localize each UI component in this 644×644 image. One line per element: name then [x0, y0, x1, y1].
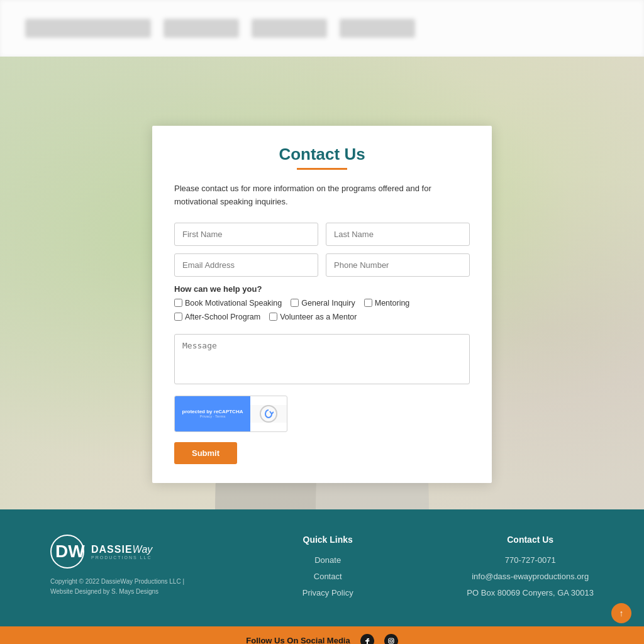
recaptcha-widget[interactable]: protected by reCAPTCHA Privacy · Terms — [174, 396, 287, 432]
checkbox-motivational-input[interactable] — [174, 299, 182, 307]
footer-link-privacy[interactable]: Privacy Policy — [303, 585, 353, 601]
follow-text: Follow Us On Social Media — [246, 636, 350, 644]
footer-social-bar: Follow Us On Social Media — [0, 626, 644, 644]
nav-item-1 — [164, 19, 239, 38]
checkbox-mentoring-label: Mentoring — [375, 299, 410, 308]
first-name-input[interactable] — [174, 223, 318, 246]
footer-email: info@dass-ewayproductions.org — [467, 569, 594, 585]
checkbox-motivational[interactable]: Book Motivational Speaking — [174, 299, 282, 308]
help-label: How can we help you? — [174, 284, 470, 294]
last-name-input[interactable] — [326, 223, 470, 246]
footer-link-contact[interactable]: Contact — [303, 569, 353, 585]
nav-logo-placeholder — [25, 19, 151, 38]
recaptcha-links: Privacy · Terms — [200, 414, 226, 418]
quick-links-title: Quick Links — [303, 535, 353, 545]
footer-contact-title: Contact Us — [467, 535, 594, 545]
checkbox-general-label: General Inquiry — [301, 299, 355, 308]
name-row — [174, 223, 470, 246]
contact-description: Please contact us for more information o… — [174, 182, 470, 209]
checkbox-afterschool[interactable]: After-School Program — [174, 313, 260, 321]
scroll-top-button[interactable]: ↑ — [611, 603, 631, 623]
instagram-icon[interactable] — [384, 634, 398, 645]
footer-logo-area: DW DASSIEWay PRODUCTIONS LLC Copyright ©… — [50, 535, 189, 597]
top-navigation — [0, 0, 644, 57]
checkboxes-line-1: Book Motivational Speaking General Inqui… — [174, 299, 470, 308]
checkbox-volunteer-input[interactable] — [269, 313, 277, 321]
phone-input[interactable] — [326, 253, 470, 277]
contact-form: How can we help you? Book Motivational S… — [174, 223, 470, 464]
checkboxes-group: Book Motivational Speaking General Inqui… — [174, 299, 470, 324]
arrow-up-icon: ↑ — [619, 608, 624, 618]
recaptcha-check-circle — [260, 405, 277, 423]
footer-wrapper: DW DASSIEWay PRODUCTIONS LLC Copyright ©… — [0, 509, 644, 644]
recaptcha-right-panel — [250, 405, 287, 423]
nav-item-3 — [340, 19, 415, 38]
contact-title: Contact Us — [174, 145, 470, 164]
checkbox-afterschool-label: After-School Program — [185, 313, 260, 321]
logo-brand: DASSIEWay — [91, 544, 152, 555]
checkbox-mentoring-input[interactable] — [364, 299, 372, 307]
footer-link-donate[interactable]: Donate — [303, 552, 353, 569]
footer-contact-info: Contact Us 770-727-0071 info@dass-ewaypr… — [467, 535, 594, 601]
svg-point-6 — [392, 638, 393, 639]
dassie-logo-icon: DW — [50, 535, 85, 569]
checkbox-general-input[interactable] — [291, 299, 299, 307]
footer-phone: 770-727-0071 — [467, 552, 594, 569]
contact-card: Contact Us Please contact us for more in… — [152, 126, 492, 483]
email-input[interactable] — [174, 253, 318, 277]
svg-point-5 — [390, 640, 392, 642]
checkbox-volunteer[interactable]: Volunteer as a Mentor — [269, 313, 357, 321]
facebook-icon[interactable] — [360, 634, 374, 645]
recaptcha-arrow-icon — [264, 409, 274, 419]
footer-address: PO Box 80069 Conyers, GA 30013 — [467, 585, 594, 601]
svg-text:DW: DW — [55, 541, 85, 561]
logo-dassie: DASSIE — [91, 544, 133, 555]
message-textarea[interactable] — [174, 334, 470, 384]
checkbox-mentoring[interactable]: Mentoring — [364, 299, 410, 308]
checkboxes-line-2: After-School Program Volunteer as a Ment… — [174, 313, 470, 321]
checkbox-general[interactable]: General Inquiry — [291, 299, 355, 308]
checkbox-motivational-label: Book Motivational Speaking — [185, 299, 282, 308]
recaptcha-left-panel: protected by reCAPTCHA Privacy · Terms — [175, 396, 250, 431]
logo-way: Way — [133, 544, 153, 555]
recaptcha-protected-text: protected by reCAPTCHA — [182, 409, 243, 414]
contact-section: Contact Us Please contact us for more in… — [0, 57, 644, 509]
footer-main: DW DASSIEWay PRODUCTIONS LLC Copyright ©… — [0, 509, 644, 626]
footer-quick-links: Quick Links Donate Contact Privacy Polic… — [303, 535, 353, 601]
contact-row — [174, 253, 470, 277]
checkbox-volunteer-label: Volunteer as a Mentor — [280, 313, 357, 321]
nav-item-2 — [252, 19, 327, 38]
logo-productions: PRODUCTIONS LLC — [91, 555, 152, 560]
title-underline — [297, 168, 347, 170]
footer-logo: DW DASSIEWay PRODUCTIONS LLC — [50, 535, 189, 569]
footer-copyright: Copyright © 2022 DassieWay Productions L… — [50, 577, 189, 597]
checkbox-afterschool-input[interactable] — [174, 313, 182, 321]
submit-button[interactable]: Submit — [174, 442, 237, 464]
footer-logo-text: DASSIEWay PRODUCTIONS LLC — [91, 544, 152, 560]
